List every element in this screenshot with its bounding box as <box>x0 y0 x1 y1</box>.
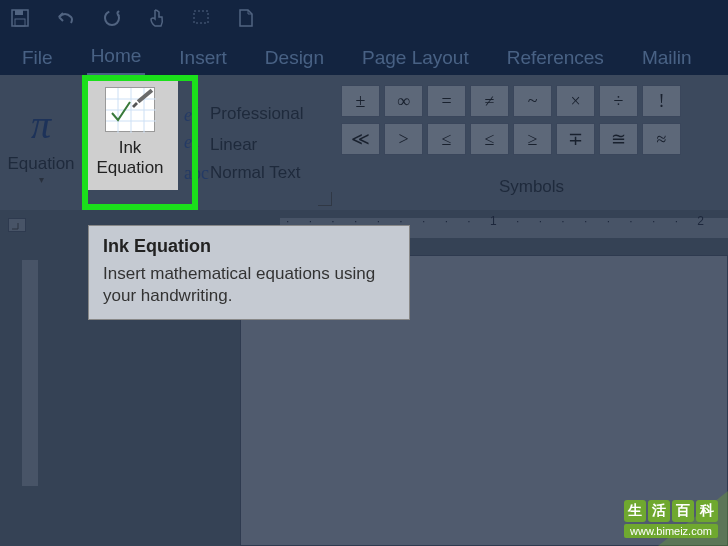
symbol-divide[interactable]: ÷ <box>599 85 638 117</box>
watermark-char: 百 <box>672 500 694 522</box>
symbol-infinity[interactable]: ∞ <box>384 85 423 117</box>
watermark-char: 科 <box>696 500 718 522</box>
tab-mailings[interactable]: Mailin <box>638 41 696 75</box>
linear-label: Linear <box>210 135 257 155</box>
tooltip-title: Ink Equation <box>103 236 395 257</box>
equation-label: Equation <box>7 154 74 174</box>
symbol-much-less[interactable]: ≪ <box>341 123 380 155</box>
watermark: 生 活 百 科 www.bimeiz.com <box>624 500 718 538</box>
ribbon: π Equation ▾ Ink Equation <box>0 75 728 210</box>
symbol-factorial[interactable]: ! <box>642 85 681 117</box>
select-icon[interactable] <box>192 9 212 27</box>
undo-icon[interactable] <box>55 9 77 27</box>
professional-label: Professional <box>210 104 304 124</box>
symbol-congruent[interactable]: ≅ <box>599 123 638 155</box>
symbol-times[interactable]: × <box>556 85 595 117</box>
tab-page-layout[interactable]: Page Layout <box>358 41 473 75</box>
svg-rect-11 <box>137 88 153 103</box>
chevron-down-icon: ▾ <box>39 174 44 185</box>
tab-insert[interactable]: Insert <box>175 41 231 75</box>
pi-icon: π <box>31 101 51 148</box>
touch-mode-icon[interactable] <box>147 7 167 29</box>
symbol-approx[interactable]: ≈ <box>642 123 681 155</box>
watermark-char: 活 <box>648 500 670 522</box>
linear-option[interactable]: ex Linear <box>184 132 304 157</box>
svg-rect-2 <box>15 19 25 26</box>
symbol-equals[interactable]: = <box>427 85 466 117</box>
professional-icon: ex <box>184 101 206 126</box>
ink-equation-button[interactable]: Ink Equation <box>82 75 178 190</box>
symbol-geq[interactable]: ≥ <box>513 123 552 155</box>
ink-equation-label: Ink Equation <box>96 138 163 179</box>
watermark-char: 生 <box>624 500 646 522</box>
vertical-ruler[interactable] <box>22 260 38 486</box>
tools-group: π Equation ▾ Ink Equation <box>0 75 335 210</box>
tooltip-body: Insert mathematical equations using your… <box>103 263 395 307</box>
tab-file[interactable]: File <box>18 41 57 75</box>
symbols-grid: ± ∞ = ≠ ~ × ÷ ! ≪ > ≤ ≤ ≥ ∓ ≅ ≈ <box>341 85 722 155</box>
linear-icon: ex <box>184 132 206 157</box>
new-doc-icon[interactable] <box>237 8 255 28</box>
tab-references[interactable]: References <box>503 41 608 75</box>
symbol-leq[interactable]: ≤ <box>427 123 466 155</box>
tab-home[interactable]: Home <box>87 39 146 75</box>
equation-button[interactable]: π Equation ▾ <box>0 75 82 210</box>
ribbon-tabs: File Home Insert Design Page Layout Refe… <box>0 35 728 75</box>
quick-access-toolbar <box>0 0 728 35</box>
symbol-greater[interactable]: > <box>384 123 423 155</box>
redo-icon[interactable] <box>102 8 122 28</box>
symbol-tilde[interactable]: ~ <box>513 85 552 117</box>
symbols-group-label: Symbols <box>341 177 722 197</box>
dialog-launcher-icon[interactable] <box>318 192 332 206</box>
save-icon[interactable] <box>10 8 30 28</box>
symbol-leq2[interactable]: ≤ <box>470 123 509 155</box>
tab-design[interactable]: Design <box>261 41 328 75</box>
svg-marker-12 <box>132 102 138 108</box>
ruler-corner <box>8 218 26 232</box>
svg-rect-4 <box>194 11 208 23</box>
professional-option[interactable]: ex Professional <box>184 101 304 126</box>
symbols-group: ± ∞ = ≠ ~ × ÷ ! ≪ > ≤ ≤ ≥ ∓ ≅ ≈ Symbols <box>335 75 728 210</box>
symbol-not-equals[interactable]: ≠ <box>470 85 509 117</box>
symbol-mp[interactable]: ∓ <box>556 123 595 155</box>
svg-rect-1 <box>15 10 23 15</box>
normal-text-option[interactable]: abc Normal Text <box>184 163 304 184</box>
symbol-plusminus[interactable]: ± <box>341 85 380 117</box>
ink-equation-tooltip: Ink Equation Insert mathematical equatio… <box>88 225 410 320</box>
normal-text-label: Normal Text <box>210 163 300 183</box>
ink-canvas-icon <box>105 87 155 132</box>
watermark-url: www.bimeiz.com <box>624 524 718 538</box>
normal-text-icon: abc <box>184 163 206 184</box>
equation-options: ex Professional ex Linear abc Normal Tex… <box>178 75 304 210</box>
